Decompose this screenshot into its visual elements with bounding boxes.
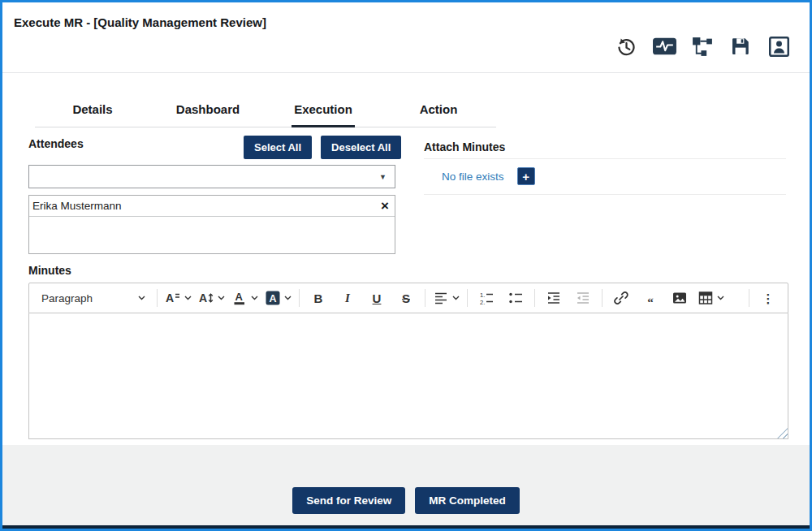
align-left-icon [433,290,449,306]
mr-completed-button[interactable]: MR Completed [415,487,520,514]
tab-execution[interactable]: Execution [266,93,381,127]
bulleted-list-button[interactable] [502,287,529,309]
history-icon[interactable] [613,33,639,59]
deselect-all-button[interactable]: Deselect All [321,136,401,159]
minutes-editor-widget: Paragraph A A [28,283,788,439]
chevron-down-icon [452,296,460,300]
window-bottom-edge [2,525,810,529]
tab-dashboard[interactable]: Dashboard [150,93,266,127]
svg-text:A: A [270,293,277,304]
chevron-down-icon [251,296,258,300]
toolbar-separator [157,289,158,307]
indent-icon [546,290,562,306]
attendees-actions: Select All Deselect All [244,136,401,159]
audit-person-icon[interactable] [766,33,792,59]
minutes-label: Minutes [28,264,71,277]
attendees-listbox: Erika Mustermann × [28,195,395,254]
minutes-editor[interactable] [28,313,788,439]
attach-divider-bottom [424,194,786,195]
outdent-button[interactable] [569,287,597,309]
chevron-down-icon [138,296,145,300]
bold-button[interactable]: B [304,287,332,309]
text-alignment-dropdown[interactable] [430,287,462,309]
execute-mr-window: Execute MR - [Quality Management Review] [0,0,812,531]
numbered-list-button[interactable]: 1. 2. [473,287,500,309]
chevron-down-icon [717,296,724,300]
page-title: Execute MR - [Quality Management Review] [14,15,266,29]
select-all-button[interactable]: Select All [244,136,312,159]
svg-text:A: A [235,291,244,303]
underline-button[interactable]: U [363,287,391,309]
footer-buttons: Send for Review MR Completed [2,487,810,514]
editor-toolbar: Paragraph A A [28,283,788,313]
chevron-down-icon [184,296,192,300]
no-file-link[interactable]: No file exists [442,171,504,183]
insert-image-button[interactable] [666,287,693,309]
toolbar-separator [602,289,603,307]
svg-text:2.: 2. [480,299,485,306]
link-icon [613,290,629,306]
toolbar-separator [749,289,749,307]
font-size-dropdown[interactable]: A [196,287,227,309]
background-color-dropdown[interactable]: A [262,287,294,309]
tab-details[interactable]: Details [35,93,150,127]
svg-text:A: A [199,291,207,304]
font-color-icon: A [231,290,248,306]
quote-icon: “ [647,296,654,309]
svg-text:A: A [166,291,174,304]
numbered-list-icon: 1. 2. [478,290,495,306]
attach-minutes-row: No file exists + [442,167,535,185]
toolbar-separator [425,289,425,307]
outdent-icon [575,290,591,306]
strikethrough-button[interactable]: S [392,287,420,309]
insert-table-dropdown[interactable] [695,287,727,309]
tab-action[interactable]: Action [381,93,496,127]
font-family-icon: A [165,290,181,306]
tab-bar: Details Dashboard Execution Action [35,93,496,127]
attendees-dropdown[interactable]: ▼ [28,165,395,188]
list-item[interactable]: Erika Mustermann × [29,196,395,217]
attach-divider-top [424,158,786,159]
workflow-icon[interactable] [689,33,715,59]
font-color-dropdown[interactable]: A [229,287,261,309]
chevron-down-icon [218,296,225,300]
chevron-down-icon [284,296,292,300]
font-family-dropdown[interactable]: A [162,287,194,309]
save-icon[interactable] [728,33,754,59]
vertical-ellipsis-icon: ⋮ [762,292,775,304]
toolbar-separator [534,289,535,307]
toolbar-separator [467,289,468,307]
send-for-review-button[interactable]: Send for Review [292,487,405,514]
paragraph-style-dropdown[interactable]: Paragraph [35,287,152,309]
attach-minutes-label: Attach Minutes [424,140,505,153]
add-file-button[interactable]: + [517,167,535,185]
link-button[interactable] [607,287,635,309]
bulleted-list-icon [508,290,524,306]
image-icon [672,290,688,306]
header-icon-bar [613,33,792,59]
background-color-icon: A [265,290,281,306]
attendee-name: Erika Mustermann [32,200,122,212]
chevron-down-icon: ▼ [379,173,387,181]
table-icon [698,290,714,306]
monitor-icon[interactable] [651,33,677,59]
footer-bar: Send for Review MR Completed [2,445,810,529]
attendees-label: Attendees [28,137,84,150]
indent-button[interactable] [540,287,568,309]
block-quote-button[interactable]: “ [637,287,664,309]
font-size-icon: A [198,290,214,306]
italic-button[interactable]: I [334,287,361,309]
toolbar-separator [299,289,300,307]
remove-attendee-icon[interactable]: × [381,199,389,213]
header-divider [2,72,810,73]
toolbar-overflow-button[interactable]: ⋮ [754,287,782,309]
svg-text:1.: 1. [480,291,485,299]
